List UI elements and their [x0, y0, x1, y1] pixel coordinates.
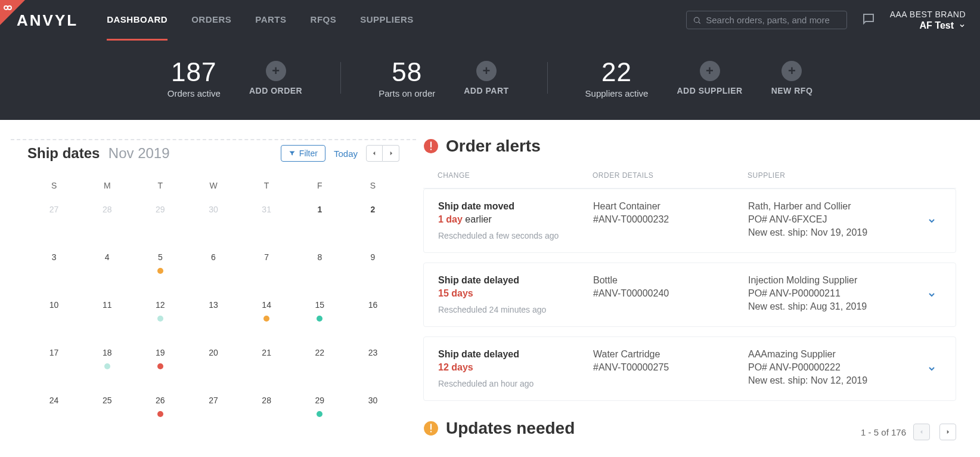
stat-group: 58Parts on order+ADD PART — [340, 57, 547, 98]
calendar-day[interactable]: 28 — [240, 392, 293, 440]
plus-icon: + — [700, 61, 720, 81]
expand-row-button[interactable] — [920, 201, 944, 240]
nav-item-suppliers[interactable]: SUPPLIERS — [360, 0, 414, 41]
stat-label: Orders active — [168, 88, 221, 98]
change-title: Ship date delayed — [438, 349, 593, 360]
supplier-po: PO# ANV-6FXCEJ — [748, 214, 920, 225]
calendar-day[interactable]: 11 — [80, 297, 134, 344]
calendar-day[interactable]: 29 — [293, 392, 346, 440]
order-detail-sku: #ANV-T00000275 — [593, 362, 748, 373]
day-of-week: T — [240, 175, 293, 201]
calendar-day[interactable]: 23 — [346, 344, 399, 392]
calendar-day[interactable]: 14 — [240, 297, 293, 344]
calendar-day[interactable]: 3 — [27, 249, 80, 297]
calendar-day[interactable]: 7 — [240, 249, 293, 297]
event-dot-icon — [317, 316, 322, 322]
calendar-day[interactable]: 20 — [187, 344, 240, 392]
brand-name: AAA BEST BRAND — [890, 9, 966, 20]
calendar-day[interactable]: 6 — [187, 249, 240, 297]
corner-badge-icon — [0, 0, 25, 25]
chevron-down-icon — [927, 364, 936, 373]
supplier-name: Rath, Harber and Collier — [748, 201, 920, 212]
svg-line-3 — [699, 22, 700, 24]
svg-point-1 — [8, 6, 11, 10]
col-details: ORDER DETAILS — [593, 171, 748, 180]
calendar-day[interactable]: 2 — [346, 201, 399, 249]
updates-pager: 1 - 5 of 176 — [861, 424, 956, 440]
change-meta: Rescheduled a few seconds ago — [438, 231, 593, 240]
calendar-next-button[interactable] — [383, 145, 399, 162]
stat-label: Parts on order — [379, 88, 435, 98]
calendar-day[interactable]: 9 — [346, 249, 399, 297]
search-icon — [693, 16, 702, 25]
calendar-day[interactable]: 10 — [27, 297, 80, 344]
calendar-day[interactable]: 4 — [80, 249, 134, 297]
calendar-day[interactable]: 18 — [80, 344, 134, 392]
calendar-day[interactable]: 17 — [27, 344, 80, 392]
chevron-down-icon — [927, 290, 936, 299]
nav-item-parts[interactable]: PARTS — [255, 0, 286, 41]
calendar-day[interactable]: 30 — [187, 201, 240, 249]
today-link[interactable]: Today — [334, 149, 358, 159]
pager-range: 1 - 5 of 176 — [861, 427, 906, 437]
updates-needed-title: Updates needed — [423, 419, 575, 438]
messages-icon[interactable] — [861, 12, 876, 29]
add-button[interactable]: +ADD PART — [464, 61, 508, 95]
calendar-day[interactable]: 28 — [80, 201, 134, 249]
add-button[interactable]: +ADD SUPPLIER — [677, 61, 742, 95]
calendar-day[interactable]: 15 — [293, 297, 346, 344]
calendar-day[interactable]: 19 — [134, 344, 187, 392]
alert-row[interactable]: Ship date delayed12 daysRescheduled an h… — [423, 336, 956, 401]
calendar-day[interactable]: 31 — [240, 201, 293, 249]
calendar-day[interactable]: 8 — [293, 249, 346, 297]
search-input[interactable] — [706, 15, 840, 25]
main-nav: DASHBOARDORDERSPARTSRFQSSUPPLIERS — [107, 0, 414, 41]
chevron-down-icon — [927, 216, 936, 226]
alert-row[interactable]: Ship date moved1 day earlierRescheduled … — [423, 189, 956, 253]
calendar-day[interactable]: 16 — [346, 297, 399, 344]
global-search[interactable] — [686, 11, 847, 29]
pager-next-button[interactable] — [939, 424, 956, 440]
calendar-day[interactable]: 22 — [293, 344, 346, 392]
filter-button[interactable]: Filter — [281, 145, 325, 162]
calendar-prev-button[interactable] — [366, 145, 383, 162]
calendar-day[interactable]: 21 — [240, 344, 293, 392]
stats-bar: 187Orders active+ADD ORDER58Parts on ord… — [0, 41, 980, 120]
user-name: AF Test — [920, 20, 954, 32]
calendar-day[interactable]: 27 — [187, 392, 240, 440]
calendar-day[interactable]: 24 — [27, 392, 80, 440]
calendar-day[interactable]: 27 — [27, 201, 80, 249]
add-button[interactable]: +ADD ORDER — [249, 61, 302, 95]
new-ship-date: New est. ship: Nov 12, 2019 — [748, 375, 920, 386]
event-dot-icon — [157, 268, 163, 274]
svg-rect-5 — [430, 141, 432, 147]
add-button[interactable]: +NEW RFQ — [771, 61, 813, 95]
calendar-day[interactable]: 12 — [134, 297, 187, 344]
calendar-day[interactable]: 29 — [134, 201, 187, 249]
expand-row-button[interactable] — [920, 349, 944, 388]
stat-group: 187Orders active+ADD ORDER — [129, 57, 340, 98]
calendar-day[interactable]: 1 — [293, 201, 346, 249]
nav-item-dashboard[interactable]: DASHBOARD — [107, 0, 168, 41]
calendar-day[interactable]: 30 — [346, 392, 399, 440]
event-dot-icon — [263, 316, 269, 322]
calendar-title: Ship dates — [27, 145, 100, 161]
calendar-day[interactable]: 13 — [187, 297, 240, 344]
chevron-down-icon — [959, 22, 966, 29]
calendar-day[interactable]: 26 — [134, 392, 187, 440]
account-switcher[interactable]: AAA BEST BRAND AF Test — [890, 9, 966, 32]
stat-value: 58 — [379, 57, 435, 87]
pager-prev-button[interactable] — [913, 424, 930, 440]
alert-row[interactable]: Ship date delayed15 daysRescheduled 24 m… — [423, 263, 956, 327]
topbar: ANVYL DASHBOARDORDERSPARTSRFQSSUPPLIERS … — [0, 0, 980, 41]
logo[interactable]: ANVYL — [17, 11, 78, 30]
nav-item-rfqs[interactable]: RFQS — [311, 0, 337, 41]
calendar-day[interactable]: 25 — [80, 392, 134, 440]
nav-item-orders[interactable]: ORDERS — [191, 0, 231, 41]
expand-row-button[interactable] — [920, 275, 944, 314]
chevron-right-icon — [945, 429, 951, 435]
event-dot-icon — [157, 316, 163, 322]
calendar-day[interactable]: 5 — [134, 249, 187, 297]
order-detail-name: Heart Container — [593, 201, 748, 212]
order-detail-name: Bottle — [593, 275, 748, 286]
